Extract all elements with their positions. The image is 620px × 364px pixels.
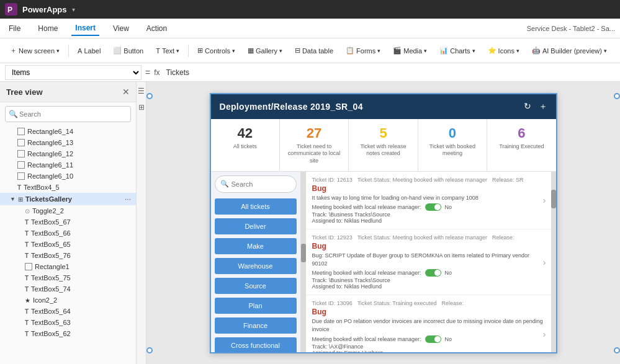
ticket-track-2: Track: \Business Tracks\Source [312, 277, 545, 283]
stat-label: Training Executed [499, 143, 544, 151]
menu-bar: File Home Insert View Action Service Des… [0, 19, 620, 38]
rectangle-icon [17, 150, 25, 158]
title-bar: P PowerApps ▾ [0, 0, 620, 19]
menu-action[interactable]: Action [143, 22, 171, 35]
gallery-chevron: ▾ [279, 48, 282, 54]
ai-builder-button[interactable]: 🤖 AI Builder (preview) ▾ [527, 44, 612, 57]
tree-search-input[interactable] [5, 106, 131, 122]
toggle-switch-1[interactable] [425, 203, 441, 211]
gallery-button[interactable]: ▦ Gallery ▾ [243, 44, 287, 57]
forms-icon: 📋 [346, 47, 354, 55]
filter-warehouse[interactable]: Warehouse [215, 258, 297, 274]
ticket-item-1[interactable]: Ticket ID: 12613 Ticket Status: Meeting … [306, 172, 551, 230]
formula-bar: Items = fx Tickets [0, 63, 620, 82]
filter-search-box[interactable]: 🔍 [215, 175, 297, 193]
ticket-id-3: Ticket ID: 13096 [312, 300, 353, 306]
hamburger-icon[interactable]: ☰ [138, 87, 145, 95]
charts-button[interactable]: 📊 Charts ▾ [434, 44, 480, 57]
tree-item-textbox63[interactable]: T TextBox5_63 [0, 317, 136, 328]
menu-insert[interactable]: Insert [71, 21, 99, 36]
menu-home[interactable]: Home [34, 22, 61, 35]
tree-item-rect10[interactable]: Rectangle6_10 [0, 171, 136, 182]
filter-search-input[interactable] [231, 180, 291, 188]
filter-plan[interactable]: Plan [215, 298, 297, 314]
filter-scrollbar[interactable] [301, 172, 306, 352]
formula-value: Tickets [164, 68, 615, 77]
forms-button[interactable]: 📋 Forms ▾ [341, 44, 385, 57]
ai-chevron: ▾ [604, 48, 607, 54]
text-icon: T [25, 308, 29, 315]
tree-item-tickets-gallery[interactable]: ▼ ⊞ TicketsGallery ··· [0, 193, 136, 205]
text-button[interactable]: T Text ▾ [151, 45, 184, 57]
controls-button[interactable]: ⊞ Controls ▾ [192, 44, 240, 57]
tree-item-rectangle1[interactable]: Rectangle1 [0, 261, 136, 272]
tree-item-textbox62[interactable]: T TextBox5_62 [0, 328, 136, 339]
tree-item-rect12[interactable]: Rectangle6_12 [0, 148, 136, 159]
meeting-label-3: Meeting booked with local release manage… [312, 336, 421, 342]
separator [68, 45, 69, 57]
button-button[interactable]: ⬜ Button [108, 44, 148, 57]
tree-label: TextBox5_74 [31, 285, 71, 293]
add-icon[interactable]: ＋ [539, 101, 547, 112]
ticket-scrollbar[interactable] [551, 172, 556, 352]
formula-dropdown[interactable]: Items [5, 65, 142, 80]
stat-label: Ticket with release notes created [354, 143, 412, 158]
label-button[interactable]: A Label [73, 45, 106, 57]
filter-all-tickets[interactable]: All tickets [215, 198, 297, 215]
ticket-list[interactable]: Ticket ID: 12613 Ticket Status: Meeting … [306, 172, 551, 352]
tree-item-textbox67[interactable]: T TextBox5_67 [0, 216, 136, 228]
refresh-icon[interactable]: ↻ [524, 101, 531, 112]
tree-item-textbox64[interactable]: T TextBox5_64 [0, 306, 136, 317]
filter-deliver[interactable]: Deliver [215, 218, 297, 234]
tree-item-textbox76[interactable]: T TextBox5_76 [0, 250, 136, 261]
tree-item-textbox65[interactable]: T TextBox5_65 [0, 239, 136, 250]
text-icon: T [25, 219, 29, 226]
ticket-title-3: Bug [312, 308, 545, 316]
ticket-track-3: Track: \AX@Finance [312, 344, 545, 350]
sidebar: Tree view ✕ 🔍 Rectangle6_14 Rectangle6_1… [0, 82, 137, 364]
tree-item-textbox75[interactable]: T TextBox5_75 [0, 272, 136, 283]
toggle-value-3: No [445, 336, 452, 342]
meeting-label-1: Meeting booked with local release manage… [312, 204, 421, 210]
toggle-switch-3[interactable] [425, 335, 441, 343]
toggle-switch-2[interactable] [425, 269, 441, 277]
layers-icon[interactable]: ⊞ [138, 103, 145, 112]
ticket-item-3[interactable]: Ticket ID: 13096 Ticket Status: Training… [306, 295, 551, 352]
close-icon[interactable]: ✕ [122, 87, 130, 97]
data-table-button[interactable]: ⊟ Data table [290, 44, 338, 57]
tree-label: TextBox5_75 [31, 274, 71, 282]
filter-cross-functional[interactable]: Cross functional [215, 337, 297, 352]
filter-make[interactable]: Make [215, 238, 297, 254]
tree-item-toggle22[interactable]: ⊙ Toggle2_2 [0, 205, 136, 216]
ticket-item-2[interactable]: Ticket ID: 12923 Ticket Status: Meeting … [306, 229, 551, 295]
search-wrap: 🔍 [5, 106, 131, 122]
toolbar: ＋ New screen ▾ A Label ⬜ Button T Text ▾… [0, 38, 620, 63]
new-screen-button[interactable]: ＋ New screen ▾ [5, 43, 65, 58]
filter-finance[interactable]: Finance [215, 317, 297, 334]
expand-icon: ▼ [10, 196, 16, 202]
tree-item-rect14[interactable]: Rectangle6_14 [0, 126, 136, 137]
button-icon: ⬜ [113, 47, 122, 55]
tree-label: Rectangle6_13 [27, 139, 73, 146]
filter-source[interactable]: Source [215, 278, 297, 294]
menu-view[interactable]: View [109, 22, 133, 35]
ticket-meeting-row-2: Meeting booked with local release manage… [312, 269, 545, 277]
text-icon: T [25, 252, 29, 259]
ticket-desc-3: Due date on PO relation vendor invoices … [312, 317, 545, 333]
charts-chevron: ▾ [472, 48, 475, 54]
tree-item-textbox74[interactable]: T TextBox5_74 [0, 283, 136, 295]
icons-button[interactable]: ⭐ Icons ▾ [483, 44, 524, 57]
ticket-release-1: Release: SR [492, 177, 524, 183]
menu-file[interactable]: File [5, 22, 24, 35]
context-menu-icon[interactable]: ··· [125, 195, 131, 203]
tree-item-rect11[interactable]: Rectangle6_11 [0, 159, 136, 171]
stat-all-tickets: 42 All tickets [211, 119, 280, 171]
tree-item-textbox45[interactable]: T TextBox4_5 [0, 182, 136, 193]
media-button[interactable]: 🎬 Media ▾ [388, 44, 432, 57]
ai-builder-icon: 🤖 [532, 47, 541, 55]
tree-item-rect13[interactable]: Rectangle6_13 [0, 137, 136, 148]
gallery-icon: ⊞ [18, 196, 23, 203]
tree-item-icon22[interactable]: ★ Icon2_2 [0, 295, 136, 306]
tree-label: TextBox4_5 [24, 184, 59, 191]
tree-item-textbox66[interactable]: T TextBox5_66 [0, 228, 136, 239]
